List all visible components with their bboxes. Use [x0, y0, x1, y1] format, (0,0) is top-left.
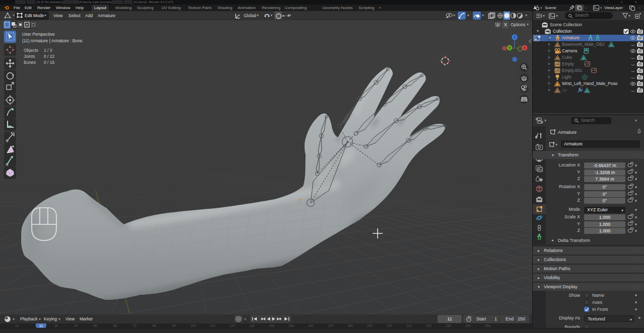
svg-text:X: X	[523, 46, 526, 50]
svg-text:Y: Y	[508, 46, 511, 50]
svg-text:Z: Z	[514, 35, 516, 40]
